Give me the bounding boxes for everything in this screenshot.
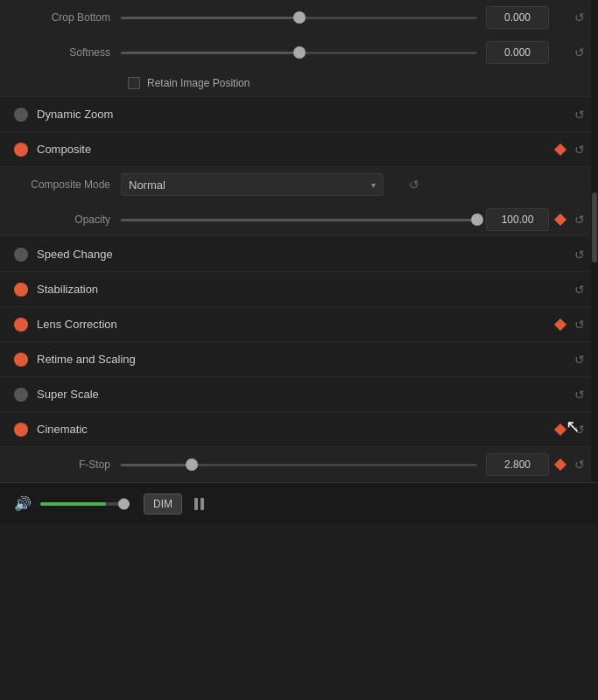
cinematic-toggle[interactable] xyxy=(14,423,28,437)
lens-correction-toggle[interactable] xyxy=(14,318,28,332)
opacity-label: Opacity xyxy=(14,214,110,226)
crop-bottom-value[interactable]: 0.000 xyxy=(486,6,549,29)
composite-section: Composite ↺ xyxy=(0,132,598,167)
lens-correction-section: Lens Correction ↺ xyxy=(0,307,598,342)
retain-image-checkbox[interactable] xyxy=(128,77,140,89)
fstop-slider[interactable] xyxy=(121,464,477,466)
crop-bottom-row: Crop Bottom 0.000 ↺ xyxy=(0,0,598,35)
pause-bar-right xyxy=(201,498,204,510)
pause-bar-left xyxy=(194,498,198,510)
opacity-row: Opacity 100.00 ↺ xyxy=(0,202,598,237)
opacity-track xyxy=(121,219,477,221)
crop-bottom-slider[interactable] xyxy=(121,17,477,19)
volume-thumb[interactable] xyxy=(118,498,130,509)
crop-bottom-reset-icon[interactable]: ↺ xyxy=(572,10,587,25)
scrollbar-thumb[interactable] xyxy=(592,192,597,262)
super-scale-label: Super Scale xyxy=(37,388,572,401)
fstop-row: F-Stop 2.800 ↺ xyxy=(0,447,598,482)
composite-reset-icon[interactable]: ↺ xyxy=(572,142,587,158)
softness-slider[interactable] xyxy=(121,52,477,54)
composite-mode-row: Composite Mode Normal ▾ ↺ xyxy=(0,167,598,202)
volume-track xyxy=(40,502,128,506)
inspector-panel: Crop Bottom 0.000 ↺ Softness 0.000 ↺ Ret… xyxy=(0,0,598,524)
opacity-value[interactable]: 100.00 xyxy=(486,208,549,231)
composite-mode-chevron-icon: ▾ xyxy=(371,180,376,190)
composite-mode-label: Composite Mode xyxy=(14,178,110,191)
volume-icon: 🔊 xyxy=(14,495,32,512)
softness-reset-icon[interactable]: ↺ xyxy=(572,45,587,60)
opacity-slider[interactable] xyxy=(121,219,477,221)
stabilization-toggle[interactable] xyxy=(14,283,28,297)
fstop-value[interactable]: 2.800 xyxy=(486,453,549,476)
softness-track xyxy=(121,52,477,54)
cinematic-reset-icon[interactable]: ↺ xyxy=(572,422,587,438)
speed-change-reset-icon[interactable]: ↺ xyxy=(572,247,587,262)
scrollbar-track[interactable] xyxy=(591,0,598,482)
crop-bottom-track xyxy=(121,17,477,19)
crop-bottom-fill xyxy=(121,17,299,19)
crop-bottom-thumb[interactable] xyxy=(293,11,306,24)
lens-correction-label: Lens Correction xyxy=(37,318,549,331)
composite-mode-value: Normal xyxy=(129,178,165,192)
volume-fill xyxy=(40,502,106,506)
composite-keyframe-icon[interactable] xyxy=(554,143,566,155)
lens-correction-keyframe-icon[interactable] xyxy=(554,318,566,330)
stabilization-label: Stabilization xyxy=(37,283,572,296)
softness-row: Softness 0.000 ↺ xyxy=(0,35,598,70)
composite-mode-dropdown[interactable]: Normal ▾ xyxy=(121,173,383,196)
retain-image-label: Retain Image Position xyxy=(147,77,250,89)
cinematic-keyframe-icon[interactable] xyxy=(554,423,566,435)
fstop-fill xyxy=(121,464,192,466)
fstop-keyframe-icon[interactable] xyxy=(554,458,566,471)
bottom-bar: 🔊 DIM xyxy=(0,482,598,524)
retime-scaling-label: Retime and Scaling xyxy=(37,353,572,366)
fstop-label: F-Stop xyxy=(14,458,110,471)
opacity-fill xyxy=(121,219,477,221)
composite-toggle[interactable] xyxy=(14,143,28,157)
speed-change-section: Speed Change ↺ xyxy=(0,237,598,272)
opacity-keyframe-icon[interactable] xyxy=(554,214,566,226)
retime-scaling-section: Retime and Scaling ↺ xyxy=(0,342,598,377)
pause-button[interactable] xyxy=(194,498,204,510)
softness-value[interactable]: 0.000 xyxy=(486,41,549,64)
dynamic-zoom-label: Dynamic Zoom xyxy=(37,108,572,121)
composite-mode-reset-icon[interactable]: ↺ xyxy=(406,177,422,192)
opacity-reset-icon[interactable]: ↺ xyxy=(572,212,587,228)
volume-slider[interactable] xyxy=(40,502,128,506)
softness-thumb[interactable] xyxy=(293,46,306,59)
fstop-thumb[interactable] xyxy=(186,458,198,471)
retain-image-row: Retain Image Position xyxy=(0,70,598,97)
retime-scaling-toggle[interactable] xyxy=(14,353,28,367)
stabilization-reset-icon[interactable]: ↺ xyxy=(572,282,587,298)
cinematic-section: Cinematic ↺ xyxy=(0,412,598,447)
dynamic-zoom-reset-icon[interactable]: ↺ xyxy=(572,107,587,122)
dim-button[interactable]: DIM xyxy=(144,494,182,514)
speed-change-label: Speed Change xyxy=(37,248,572,261)
super-scale-section: Super Scale ↺ xyxy=(0,377,598,412)
softness-fill xyxy=(121,52,299,54)
cinematic-label: Cinematic xyxy=(37,423,549,436)
composite-label: Composite xyxy=(37,143,549,156)
super-scale-reset-icon[interactable]: ↺ xyxy=(572,387,587,402)
speed-change-toggle[interactable] xyxy=(14,248,28,262)
lens-correction-reset-icon[interactable]: ↺ xyxy=(572,317,587,332)
stabilization-section: Stabilization ↺ xyxy=(0,272,598,307)
fstop-reset-icon[interactable]: ↺ xyxy=(572,457,587,472)
super-scale-toggle[interactable] xyxy=(14,388,28,402)
dynamic-zoom-toggle[interactable] xyxy=(14,108,28,122)
dynamic-zoom-section: Dynamic Zoom ↺ xyxy=(0,97,598,132)
fstop-track xyxy=(121,464,477,466)
opacity-thumb[interactable] xyxy=(471,214,483,226)
softness-label: Softness xyxy=(14,46,110,59)
retime-scaling-reset-icon[interactable]: ↺ xyxy=(572,352,587,368)
crop-bottom-label: Crop Bottom xyxy=(14,11,110,24)
